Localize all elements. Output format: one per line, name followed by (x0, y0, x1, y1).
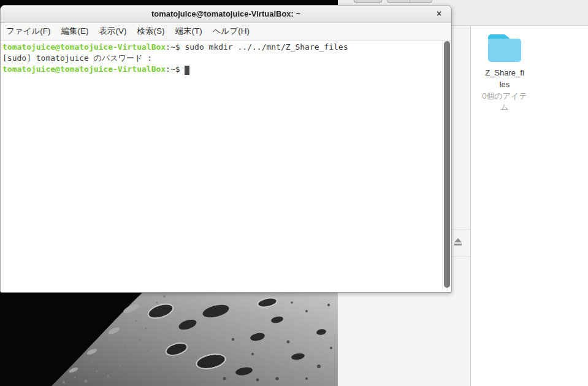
headerbar-button-group[interactable] (387, 0, 432, 3)
folder-item-count: 0個のアイテム (479, 91, 530, 113)
scrollbar-thumb[interactable] (444, 41, 450, 288)
moon-photo (0, 293, 338, 386)
prompt-user-host: tomatojuice@tomatojuice-VirtualBox (2, 64, 166, 74)
menu-item[interactable]: ファイル(F) (6, 23, 51, 40)
menu-item[interactable]: 表示(V) (99, 23, 127, 40)
eject-icon[interactable] (454, 238, 462, 246)
folder-icon (487, 34, 522, 63)
close-icon[interactable]: × (432, 7, 446, 20)
terminal-line: [sudo] tomatojuice のパスワード : (2, 53, 440, 64)
command-text: :~$ sudo mkdir ../../mnt/Z_Share_files (166, 42, 348, 52)
terminal-output[interactable]: tomatojuice@tomatojuice-VirtualBox:~$ su… (1, 41, 451, 291)
file-list-area[interactable]: Z_Share_files 0個のアイテム (471, 26, 588, 386)
menu-item[interactable]: 検索(S) (137, 23, 165, 40)
menu-item[interactable]: ヘルプ(H) (213, 23, 250, 40)
terminal-title: tomatojuice@tomatojuice-VirtualBox: ~ (1, 6, 451, 22)
folder-item-z-share-files[interactable]: Z_Share_files 0個のアイテム (478, 34, 531, 113)
terminal-titlebar[interactable]: tomatojuice@tomatojuice-VirtualBox: ~ × (1, 6, 451, 23)
terminal-line: tomatojuice@tomatojuice-VirtualBox:~$ su… (2, 42, 440, 53)
terminal-window[interactable]: tomatojuice@tomatojuice-VirtualBox: ~ × … (0, 5, 452, 293)
terminal-cursor (185, 66, 189, 75)
folder-name-label: Z_Share_files (485, 67, 524, 90)
command-text: :~$ (166, 64, 185, 74)
headerbar-button[interactable] (354, 0, 382, 3)
menu-item[interactable]: 端末(T) (175, 23, 202, 40)
terminal-scrollbar[interactable] (442, 41, 451, 291)
output-text: [sudo] tomatojuice のパスワード : (2, 53, 152, 63)
prompt-user-host: tomatojuice@tomatojuice-VirtualBox (2, 42, 166, 52)
terminal-line: tomatojuice@tomatojuice-VirtualBox:~$ (2, 64, 440, 75)
terminal-menubar: ファイル(F)編集(E)表示(V)検索(S)端末(T)ヘルプ(H) (1, 23, 451, 41)
menu-item[interactable]: 編集(E) (61, 23, 89, 40)
